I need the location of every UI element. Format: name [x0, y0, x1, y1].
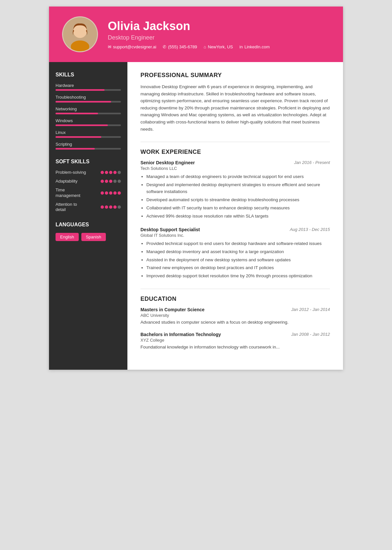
skill-fill	[56, 113, 98, 114]
bullet: Developed automated scripts to streamlin…	[146, 197, 330, 203]
soft-skills-list: Problem-solving Adaptability Time manage…	[56, 170, 121, 213]
languages-section: LANGUAGES EnglishSpanish	[56, 222, 121, 241]
languages-title: LANGUAGES	[56, 222, 121, 228]
soft-skills-section: SOFT SKILLS Problem-solving Adaptability…	[56, 159, 121, 213]
dot-empty	[118, 171, 121, 174]
education-list: Masters in Computer Science Jan 2012 - J…	[140, 307, 330, 351]
dots	[101, 171, 121, 174]
dot-filled	[113, 191, 117, 195]
work-title: WORK EXPERIENCE	[140, 149, 330, 155]
jobs-list: Senior Desktop Engineer Jan 2016 - Prese…	[140, 160, 330, 280]
skill-bar	[56, 124, 121, 126]
skill-name: Windows	[56, 118, 121, 123]
skill-fill	[56, 101, 111, 103]
job-date: Aug 2013 - Dec 2015	[290, 227, 330, 232]
candidate-name: Olivia Jackson	[108, 19, 330, 33]
header-info: Olivia Jackson Desktop Engineer ✉ suppor…	[108, 19, 330, 49]
skills-list: Hardware Troubleshooting Networking Wind…	[56, 83, 121, 150]
skill-fill	[56, 148, 95, 150]
edu-degree: Bachelors in Information Technology	[140, 332, 221, 337]
job-bullets: Managed a team of desktop engineers to p…	[140, 173, 330, 220]
edu-school: XYZ College	[140, 338, 330, 343]
location-icon: ⌂	[204, 44, 206, 49]
soft-skill-item: Time management	[56, 187, 121, 199]
dot-filled	[105, 180, 108, 183]
skill-name: Networking	[56, 106, 121, 111]
contact-website: in LinkedIn.com	[239, 44, 270, 49]
education-item: Bachelors in Information Technology Jan …	[140, 332, 330, 351]
language-badges: EnglishSpanish	[56, 233, 121, 241]
bullet: Improved desktop support ticket resoluti…	[146, 273, 330, 280]
dots	[101, 180, 121, 183]
linkedin-icon: in	[239, 44, 243, 49]
language-badge: English	[56, 233, 79, 241]
dot-filled	[113, 205, 117, 209]
education-section: EDUCATION Masters in Computer Science Ja…	[140, 296, 330, 351]
soft-skill-name: Problem-solving	[56, 170, 86, 175]
skills-section: SKILLS Hardware Troubleshooting Networki…	[56, 72, 121, 150]
skill-bar	[56, 136, 121, 138]
dot-filled	[101, 191, 104, 195]
soft-skill-item: Adaptability	[56, 179, 121, 184]
email-icon: ✉	[108, 44, 111, 49]
dot-filled	[109, 205, 112, 209]
edu-description: Advanced studies in computer science wit…	[140, 319, 330, 326]
skills-title: SKILLS	[56, 72, 121, 78]
skill-name: Linux	[56, 130, 121, 135]
skill-item: Windows	[56, 118, 121, 126]
dot-filled	[105, 205, 108, 209]
job-header: Senior Desktop Engineer Jan 2016 - Prese…	[140, 160, 330, 165]
resume: Olivia Jackson Desktop Engineer ✉ suppor…	[49, 7, 343, 370]
dot-filled	[101, 180, 104, 183]
skill-bar	[56, 101, 121, 103]
dot-empty	[118, 205, 121, 209]
soft-skill-name: Attention to detail	[56, 202, 88, 213]
edu-degree: Masters in Computer Science	[140, 307, 204, 312]
contact-email: ✉ support@cvdesigner.ai	[108, 44, 156, 49]
bullet: Assisted in the deployment of new deskto…	[146, 257, 330, 264]
bullet: Trained new employees on desktop best pr…	[146, 265, 330, 271]
skill-name: Scripting	[56, 142, 121, 147]
work-section: WORK EXPERIENCE Senior Desktop Engineer …	[140, 149, 330, 280]
bullet: Provided technical support to end users …	[146, 240, 330, 247]
language-badge: Spanish	[81, 233, 106, 241]
bullet: Achieved 99% desktop issue resolution ra…	[146, 213, 330, 220]
header: Olivia Jackson Desktop Engineer ✉ suppor…	[49, 7, 343, 62]
bullet: Collaborated with IT security team to en…	[146, 205, 330, 212]
main-content: PROFESSIONAL SUMMARY Innovative Desktop …	[127, 62, 343, 370]
dot-filled	[113, 171, 117, 174]
dot-filled	[109, 171, 112, 174]
skill-fill	[56, 124, 108, 126]
candidate-title: Desktop Engineer	[108, 34, 330, 41]
education-title: EDUCATION	[140, 296, 330, 302]
skill-item: Troubleshooting	[56, 95, 121, 103]
bullet: Managed desktop inventory and asset trac…	[146, 249, 330, 255]
summary-section: PROFESSIONAL SUMMARY Innovative Desktop …	[140, 72, 330, 133]
body: SKILLS Hardware Troubleshooting Networki…	[49, 62, 343, 370]
job-item: Desktop Support Specialist Aug 2013 - De…	[140, 227, 330, 280]
skill-bar	[56, 89, 121, 91]
soft-skills-title: SOFT SKILLS	[56, 159, 121, 165]
edu-header: Bachelors in Information Technology Jan …	[140, 332, 330, 337]
dot-filled	[101, 205, 104, 209]
dot-empty	[118, 180, 121, 183]
dot-filled	[109, 191, 112, 195]
summary-title: PROFESSIONAL SUMMARY	[140, 72, 330, 79]
dot-filled	[105, 191, 108, 195]
dots	[101, 205, 121, 209]
dot-filled	[105, 171, 108, 174]
job-item: Senior Desktop Engineer Jan 2016 - Prese…	[140, 160, 330, 220]
skill-item: Networking	[56, 106, 121, 114]
soft-skill-item: Problem-solving	[56, 170, 121, 175]
soft-skill-name: Adaptability	[56, 179, 77, 184]
contact-phone: ✆ (555) 345-6789	[163, 44, 197, 49]
job-company: Global IT Solutions Inc.	[140, 233, 330, 238]
job-title: Desktop Support Specialist	[140, 227, 200, 232]
skill-item: Hardware	[56, 83, 121, 91]
divider-1	[140, 142, 330, 142]
avatar	[62, 16, 98, 52]
summary-text: Innovative Desktop Engineer with 6 years…	[140, 83, 330, 133]
skill-name: Troubleshooting	[56, 95, 121, 100]
contact-row: ✉ support@cvdesigner.ai ✆ (555) 345-6789…	[108, 44, 330, 49]
divider-2	[140, 289, 330, 289]
